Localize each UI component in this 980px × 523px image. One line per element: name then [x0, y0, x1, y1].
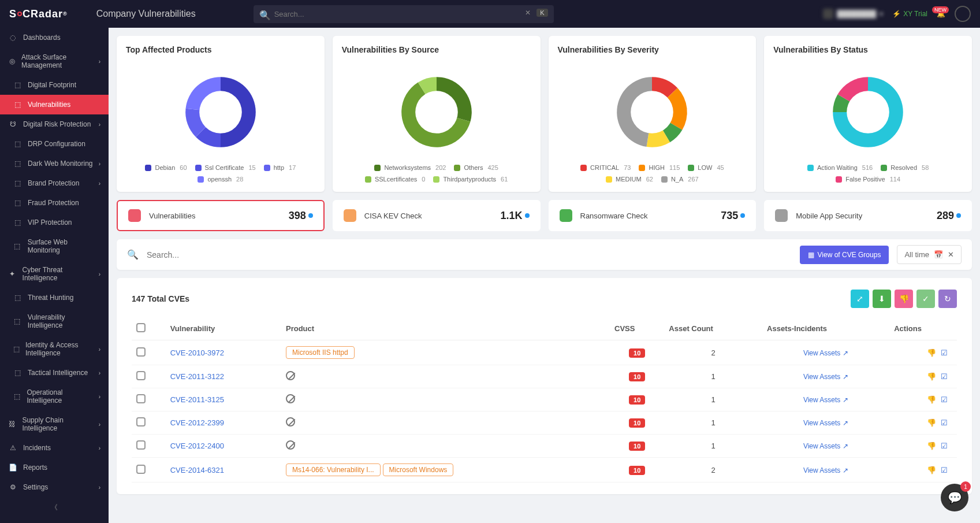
row-checkbox[interactable]	[136, 465, 146, 474]
sidebar-item-vulnerabilities[interactable]: ⬚Vulnerabilities	[0, 95, 109, 114]
sidebar-item-cyber-threat-intelligence[interactable]: ✦Cyber Threat Intelligence›	[0, 260, 109, 288]
view-assets-link[interactable]: View Assets ↗	[803, 396, 848, 404]
check-icon[interactable]: ☑	[941, 348, 948, 357]
legend-item[interactable]: SSLcertificates0	[365, 176, 426, 183]
stat-card-mobile-app-security[interactable]: Mobile App Security289	[764, 200, 972, 231]
sidebar-item-dark-web-monitoring[interactable]: ⬚Dark Web Monitoring›	[0, 154, 109, 173]
product-tag[interactable]: Microsoft Windows	[383, 463, 454, 476]
row-checkbox[interactable]	[136, 347, 146, 357]
cve-link[interactable]: CVE-2012-2399	[170, 418, 224, 427]
sidebar-item-supply-chain-intelligence[interactable]: ⛓Supply Chain Intelligence›	[0, 410, 109, 438]
info-icon[interactable]	[525, 213, 530, 218]
notifications-button[interactable]: 🔔 NEW	[937, 10, 945, 18]
legend-item[interactable]: CRITICAL73	[580, 164, 631, 171]
stat-card-vulnerabilities[interactable]: Vulnerabilities398	[117, 200, 325, 231]
thumbs-down-icon[interactable]: 👎	[927, 418, 936, 427]
table-action-button-1[interactable]: ⬇	[873, 290, 891, 308]
sidebar-item-digital-risk-protection[interactable]: ☋Digital Risk Protection›	[0, 114, 109, 134]
sidebar-item-threat-hunting[interactable]: ⬚Threat Hunting	[0, 288, 109, 307]
row-checkbox[interactable]	[136, 394, 146, 403]
table-action-button-0[interactable]: ⤢	[851, 290, 869, 308]
chart-title: Vulnerabilities By Source	[342, 45, 531, 54]
legend-item[interactable]: Thirdpartyproducts61	[433, 176, 508, 183]
info-icon[interactable]	[956, 213, 961, 218]
sidebar-item-brand-protection[interactable]: ⬚Brand Protection›	[0, 173, 109, 193]
info-icon[interactable]	[740, 213, 745, 218]
row-checkbox[interactable]	[136, 440, 146, 450]
row-checkbox[interactable]	[136, 417, 146, 426]
view-assets-link[interactable]: View Assets ↗	[803, 373, 848, 381]
legend-item[interactable]: LOW45	[688, 164, 724, 171]
sidebar-item-digital-footprint[interactable]: ⬚Digital Footprint	[0, 75, 109, 95]
avatar[interactable]	[955, 6, 971, 22]
table-search-input[interactable]	[147, 250, 792, 259]
view-assets-link[interactable]: View Assets ↗	[803, 349, 848, 357]
top-search[interactable]: 🔍 ✕ K	[254, 5, 554, 23]
legend-item[interactable]: N_A267	[661, 176, 699, 183]
view-assets-link[interactable]: View Assets ↗	[803, 466, 848, 474]
org-selector[interactable]: ████████▾	[823, 9, 883, 19]
row-checkbox[interactable]	[136, 371, 146, 380]
table-action-button-2[interactable]: 👎	[895, 290, 913, 308]
legend-item[interactable]: HIGH115	[639, 164, 680, 171]
legend-item[interactable]: Ssl Certificate15	[195, 164, 256, 171]
cve-link[interactable]: CVE-2011-3122	[170, 372, 224, 381]
sidebar-item-vulnerability-intelligence[interactable]: ⬚Vulnerability Intelligence	[0, 307, 109, 335]
sidebar-item-surface-web-monitoring[interactable]: ⬚Surface Web Monitoring	[0, 232, 109, 260]
sidebar-item-vip-protection[interactable]: ⬚VIP Protection	[0, 213, 109, 232]
close-icon[interactable]: ✕	[948, 250, 954, 259]
sidebar-item-operational-intelligence[interactable]: ⬚Operational Intelligence›	[0, 383, 109, 410]
legend-item[interactable]: Debian60	[145, 164, 187, 171]
thumbs-down-icon[interactable]: 👎	[927, 466, 936, 474]
sidebar-item-attack-surface-management[interactable]: ◎Attack Surface Management›	[0, 47, 109, 75]
check-icon[interactable]: ☑	[941, 395, 948, 404]
cve-link[interactable]: CVE-2011-3125	[170, 395, 224, 404]
sidebar-item-drp-configuration[interactable]: ⬚DRP Configuration	[0, 134, 109, 154]
check-icon[interactable]: ☑	[941, 442, 948, 450]
sidebar-item-tactical-intelligence[interactable]: ⬚Tactical Intelligence›	[0, 363, 109, 383]
cve-link[interactable]: CVE-2012-2400	[170, 442, 224, 450]
table-action-button-3[interactable]: ✓	[916, 290, 935, 308]
info-icon[interactable]	[308, 213, 313, 218]
sidebar-item-incidents[interactable]: ⚠Incidents›	[0, 438, 109, 458]
trial-badge[interactable]: ⚡XY Trial	[892, 10, 927, 18]
clear-search-icon[interactable]: ✕	[525, 9, 531, 17]
stat-card-cisa-kev-check[interactable]: CISA KEV Check1.1K	[333, 200, 541, 231]
select-all-checkbox[interactable]	[136, 323, 146, 332]
legend-item[interactable]: MEDIUM62	[606, 176, 653, 183]
product-tag[interactable]: Ms14-066: Vulnerability I...	[286, 463, 381, 476]
legend-item[interactable]: Action Waiting516	[807, 164, 873, 171]
thumbs-down-icon[interactable]: 👎	[927, 442, 936, 450]
legend-item[interactable]: Others425	[454, 164, 498, 171]
cvss-badge: 10	[629, 466, 645, 475]
legend-item[interactable]: Resolved58	[881, 164, 929, 171]
thumbs-down-icon[interactable]: 👎	[927, 395, 936, 404]
view-assets-link[interactable]: View Assets ↗	[803, 419, 848, 427]
product-tag[interactable]: Microsoft IIS httpd	[286, 346, 355, 359]
sidebar-item-dashboards[interactable]: ◌Dashboards	[0, 28, 109, 47]
stat-card-ransomware-check[interactable]: Ransomware Check735	[549, 200, 757, 231]
thumbs-down-icon[interactable]: 👎	[927, 348, 936, 357]
legend-item[interactable]: openssh28	[198, 176, 243, 183]
sidebar-item-fraud-protection[interactable]: ⬚Fraud Protection	[0, 193, 109, 213]
chart-title: Vulnerabilities By Status	[773, 45, 963, 54]
sidebar-item-identity-access-intelligence[interactable]: ⬚Identity & Access Intelligence›	[0, 335, 109, 363]
view-assets-link[interactable]: View Assets ↗	[803, 442, 848, 450]
legend-item[interactable]: Networksystems202	[374, 164, 446, 171]
sidebar-collapse[interactable]: 《	[0, 497, 109, 502]
check-icon[interactable]: ☑	[941, 372, 948, 381]
sidebar-item-settings[interactable]: ⚙Settings›	[0, 477, 109, 497]
sidebar-item-reports[interactable]: 📄Reports	[0, 458, 109, 477]
thumbs-down-icon[interactable]: 👎	[927, 372, 936, 381]
legend-item[interactable]: False Positive114	[836, 176, 900, 183]
view-cve-groups-button[interactable]: ▦ View of CVE Groups	[800, 246, 889, 264]
date-filter[interactable]: All time 📅 ✕	[897, 245, 962, 264]
top-search-input[interactable]	[254, 5, 554, 23]
check-icon[interactable]: ☑	[941, 418, 948, 427]
cve-link[interactable]: CVE-2014-6321	[170, 466, 224, 474]
check-icon[interactable]: ☑	[941, 466, 948, 474]
cve-link[interactable]: CVE-2010-3972	[170, 348, 224, 357]
logo[interactable]: SCRadar®	[9, 8, 68, 20]
legend-item[interactable]: http17	[264, 164, 296, 171]
table-action-button-4[interactable]: ↻	[938, 290, 957, 308]
